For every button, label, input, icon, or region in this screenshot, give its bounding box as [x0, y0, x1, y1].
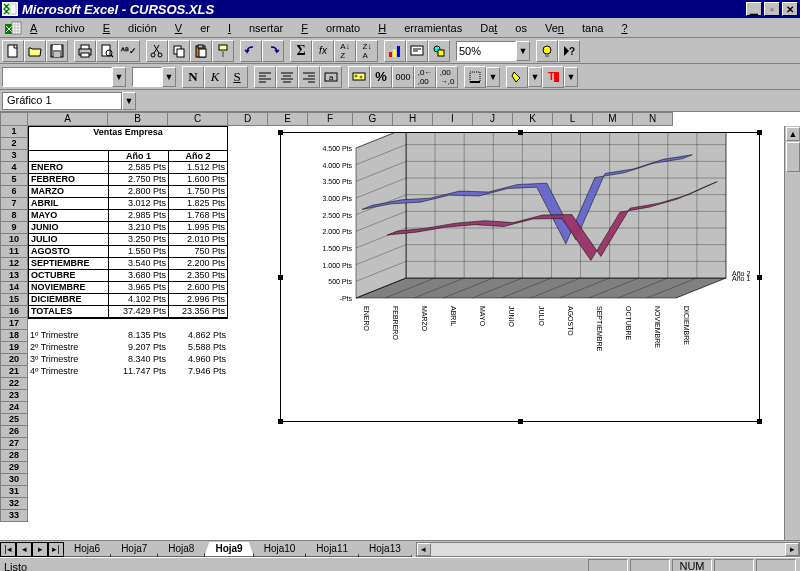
row-header-14[interactable]: 14 — [0, 282, 28, 294]
menu-ventana[interactable]: Ventana — [545, 22, 603, 34]
cell-A7[interactable]: ABRIL — [28, 198, 108, 210]
row-header-25[interactable]: 25 — [0, 414, 28, 426]
row-header-32[interactable]: 32 — [0, 498, 28, 510]
cell-B5[interactable]: 2.750 Pts — [108, 174, 168, 186]
cell-A20[interactable]: 3º Trimestre — [28, 354, 108, 366]
menu-datos[interactable]: Datos — [480, 22, 527, 34]
cell-C5[interactable]: 1.600 Pts — [168, 174, 228, 186]
col-header-B[interactable]: B — [108, 112, 168, 126]
align-center-button[interactable] — [276, 66, 298, 88]
bold-button[interactable]: N — [182, 66, 204, 88]
row-header-33[interactable]: 33 — [0, 510, 28, 522]
spellcheck-button[interactable]: ᴬᴮ✓ — [118, 40, 140, 62]
zoom-dropdown[interactable]: ▼ — [516, 41, 530, 61]
row-header-27[interactable]: 27 — [0, 438, 28, 450]
borders-button[interactable] — [464, 66, 486, 88]
cell-A1[interactable]: Ventas Empresa — [28, 126, 228, 138]
text-box-button[interactable] — [406, 40, 428, 62]
font-name-input[interactable] — [2, 67, 112, 87]
cell-C14[interactable]: 2.600 Pts — [168, 282, 228, 294]
cell-B6[interactable]: 2.800 Pts — [108, 186, 168, 198]
cell-A8[interactable]: MAYO — [28, 210, 108, 222]
cell-B11[interactable]: 1.550 Pts — [108, 246, 168, 258]
cell-C11[interactable]: 750 Pts — [168, 246, 228, 258]
row-header-2[interactable]: 2 — [0, 138, 28, 150]
row-header-30[interactable]: 30 — [0, 474, 28, 486]
row-header-9[interactable]: 9 — [0, 222, 28, 234]
col-header-D[interactable]: D — [228, 112, 268, 126]
cut-button[interactable] — [146, 40, 168, 62]
copy-button[interactable] — [168, 40, 190, 62]
print-button[interactable] — [74, 40, 96, 62]
sheet-tab-hoja6[interactable]: Hoja6 — [63, 542, 111, 557]
tab-last-button[interactable]: ▸| — [48, 542, 64, 557]
drawing-button[interactable] — [428, 40, 450, 62]
cell-B10[interactable]: 3.250 Pts — [108, 234, 168, 246]
function-wizard-button[interactable]: fx — [312, 40, 334, 62]
select-all-corner[interactable] — [0, 112, 28, 126]
font-name-dropdown[interactable]: ▼ — [112, 67, 126, 87]
sheet-tab-hoja13[interactable]: Hoja13 — [358, 542, 412, 557]
new-file-button[interactable] — [2, 40, 24, 62]
cell-A12[interactable]: SEPTIEMBRE — [28, 258, 108, 270]
tip-wizard-button[interactable] — [536, 40, 558, 62]
menu-archivo[interactable]: Archivo — [30, 22, 85, 34]
menu-ver[interactable]: Ver — [175, 22, 210, 34]
cell-A19[interactable]: 2º Trimestre — [28, 342, 108, 354]
cell-A15[interactable]: DICIEMBRE — [28, 294, 108, 306]
row-header-28[interactable]: 28 — [0, 450, 28, 462]
fill-color-button[interactable] — [506, 66, 528, 88]
increase-decimal-button[interactable]: ,0←,00 — [414, 66, 436, 88]
col-header-H[interactable]: H — [393, 112, 433, 126]
cell-B7[interactable]: 3.012 Pts — [108, 198, 168, 210]
col-header-F[interactable]: F — [308, 112, 353, 126]
italic-button[interactable]: K — [204, 66, 226, 88]
align-right-button[interactable] — [298, 66, 320, 88]
cell-C19[interactable]: 5.588 Pts — [168, 342, 228, 354]
row-header-29[interactable]: 29 — [0, 462, 28, 474]
cell-C8[interactable]: 1.768 Pts — [168, 210, 228, 222]
cell-A14[interactable]: NOVIEMBRE — [28, 282, 108, 294]
cell-B12[interactable]: 3.540 Pts — [108, 258, 168, 270]
menu-formato[interactable]: Formato — [301, 22, 360, 34]
sheet-tab-hoja7[interactable]: Hoja7 — [110, 542, 158, 557]
tab-first-button[interactable]: |◂ — [0, 542, 16, 557]
cell-A11[interactable]: AGOSTO — [28, 246, 108, 258]
cell-A6[interactable]: MARZO — [28, 186, 108, 198]
autosum-button[interactable]: Σ — [290, 40, 312, 62]
col-header-A[interactable]: A — [28, 112, 108, 126]
font-color-button[interactable]: T — [542, 66, 564, 88]
undo-button[interactable] — [240, 40, 262, 62]
cell-C18[interactable]: 4.862 Pts — [168, 330, 228, 342]
name-box-dropdown[interactable]: ▼ — [122, 92, 136, 110]
font-size-input[interactable] — [132, 67, 162, 87]
cell-A13[interactable]: OCTUBRE — [28, 270, 108, 282]
row-header-23[interactable]: 23 — [0, 390, 28, 402]
row-header-1[interactable]: 1 — [0, 126, 28, 138]
zoom-input[interactable] — [456, 41, 516, 61]
row-header-18[interactable]: 18 — [0, 330, 28, 342]
system-menu-icon[interactable] — [4, 20, 22, 36]
cell-A4[interactable]: ENERO — [28, 162, 108, 174]
col-header-J[interactable]: J — [473, 112, 513, 126]
cell-B13[interactable]: 3.680 Pts — [108, 270, 168, 282]
col-header-K[interactable]: K — [513, 112, 553, 126]
borders-dropdown[interactable]: ▼ — [486, 67, 500, 87]
name-box[interactable]: Gráfico 1 — [2, 92, 122, 110]
cell-B20[interactable]: 8.340 Pts — [108, 354, 168, 366]
horizontal-scrollbar[interactable]: ◂ ▸ — [416, 542, 800, 557]
cell-B9[interactable]: 3.210 Pts — [108, 222, 168, 234]
row-header-26[interactable]: 26 — [0, 426, 28, 438]
cell-C21[interactable]: 7.946 Pts — [168, 366, 228, 378]
row-header-22[interactable]: 22 — [0, 378, 28, 390]
scroll-thumb[interactable] — [786, 142, 800, 172]
cell-B4[interactable]: 2.585 Pts — [108, 162, 168, 174]
cell-A10[interactable]: JULIO — [28, 234, 108, 246]
cell-B18[interactable]: 8.135 Pts — [108, 330, 168, 342]
col-header-I[interactable]: I — [433, 112, 473, 126]
hscroll-left-button[interactable]: ◂ — [417, 543, 431, 556]
cell-C20[interactable]: 4.960 Pts — [168, 354, 228, 366]
cell-A18[interactable]: 1º Trimestre — [28, 330, 108, 342]
font-size-dropdown[interactable]: ▼ — [162, 67, 176, 87]
cell-C13[interactable]: 2.350 Pts — [168, 270, 228, 282]
